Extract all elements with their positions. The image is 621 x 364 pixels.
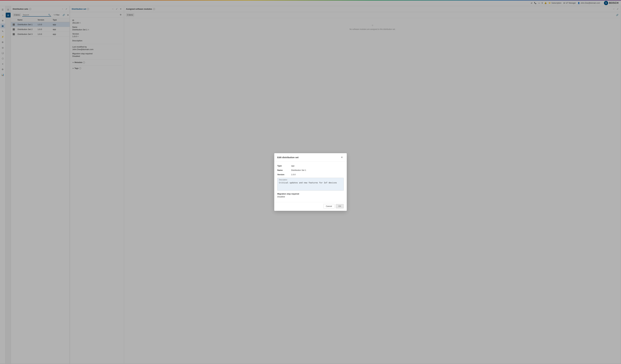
cancel-button[interactable]: Cancel [323, 204, 334, 208]
modal-type-value: app [291, 165, 294, 167]
modal-type-label: Type [277, 165, 289, 167]
modal-footer: Cancel OK [274, 202, 347, 211]
modal-version-field: Version 1.0.0 [277, 174, 344, 176]
modal-header: Edit distribution set ✕ [274, 153, 347, 162]
modal-description-container: Description Critical updates and new fea… [277, 178, 344, 190]
edit-distribution-set-modal: Edit distribution set ✕ Type app Name Di… [274, 153, 347, 211]
modal-body: Type app Name Distribution Set 1 Version… [274, 162, 347, 202]
modal-name-value: Distribution Set 1 [291, 169, 306, 171]
modal-description-textarea[interactable]: Critical updates and new features for Io… [277, 181, 344, 190]
modal-name-field: Name Distribution Set 1 [277, 169, 344, 171]
modal-migration-value: Disabled [277, 196, 344, 198]
modal-version-label: Version [277, 174, 289, 176]
modal-description-label: Description [277, 178, 344, 181]
modal-name-label: Name [277, 169, 289, 171]
modal-migration-field: Migration step required Disabled [277, 193, 344, 198]
modal-close-btn[interactable]: ✕ [340, 156, 344, 159]
modal-migration-label: Migration step required [277, 193, 344, 195]
modal-title: Edit distribution set [277, 156, 299, 159]
ok-button[interactable]: OK [336, 204, 344, 208]
modal-version-value: 1.0.0 [291, 174, 295, 176]
modal-overlay: Edit distribution set ✕ Type app Name Di… [0, 0, 621, 364]
modal-type-field: Type app [277, 165, 344, 167]
